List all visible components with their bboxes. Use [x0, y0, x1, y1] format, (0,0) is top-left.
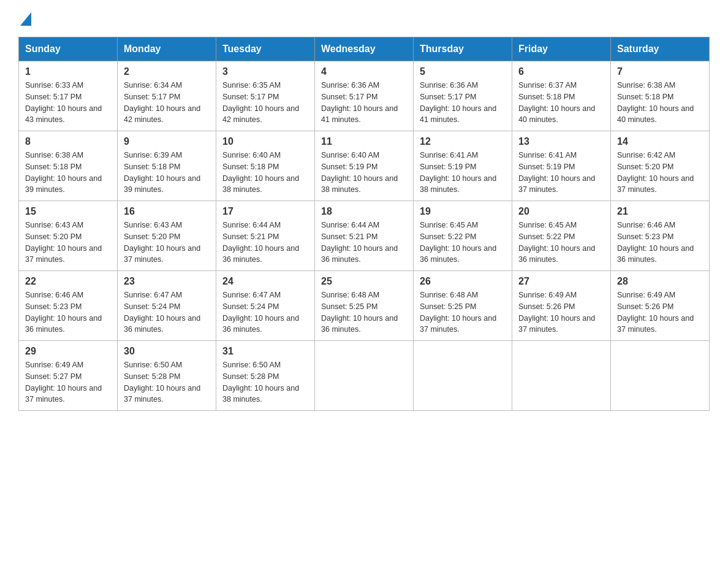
sunrise-label: Sunrise: 6:40 AM — [321, 151, 379, 159]
sunset-label: Sunset: 5:22 PM — [518, 232, 575, 241]
sunrise-label: Sunrise: 6:49 AM — [518, 291, 577, 299]
day-number: 3 — [222, 66, 308, 77]
calendar-cell: 4 Sunrise: 6:36 AM Sunset: 5:17 PM Dayli… — [315, 61, 414, 131]
daylight-label: Daylight: 10 hours and 40 minutes. — [518, 104, 595, 124]
column-header-saturday: Saturday — [611, 37, 710, 61]
daylight-label: Daylight: 10 hours and 38 minutes. — [420, 174, 496, 194]
sunrise-label: Sunrise: 6:47 AM — [222, 291, 281, 299]
day-number: 12 — [420, 136, 506, 147]
sunrise-label: Sunrise: 6:37 AM — [518, 81, 577, 90]
sunrise-label: Sunrise: 6:35 AM — [222, 81, 281, 90]
day-number: 24 — [222, 276, 308, 287]
daylight-label: Daylight: 10 hours and 39 minutes. — [124, 174, 200, 194]
sunset-label: Sunset: 5:21 PM — [222, 232, 279, 241]
sunrise-label: Sunrise: 6:38 AM — [617, 81, 675, 90]
calendar-cell — [611, 341, 710, 411]
sunrise-label: Sunrise: 6:50 AM — [222, 361, 281, 369]
sunset-label: Sunset: 5:19 PM — [420, 163, 476, 171]
day-number: 26 — [420, 276, 506, 287]
day-info: Sunrise: 6:38 AM Sunset: 5:18 PM Dayligh… — [617, 80, 703, 126]
calendar-cell: 29 Sunrise: 6:49 AM Sunset: 5:27 PM Dayl… — [19, 341, 118, 411]
day-info: Sunrise: 6:41 AM Sunset: 5:19 PM Dayligh… — [518, 150, 604, 196]
day-info: Sunrise: 6:35 AM Sunset: 5:17 PM Dayligh… — [222, 80, 308, 126]
sunset-label: Sunset: 5:17 PM — [321, 93, 377, 101]
day-number: 27 — [518, 276, 604, 287]
calendar-cell: 11 Sunrise: 6:40 AM Sunset: 5:19 PM Dayl… — [315, 131, 414, 201]
calendar-cell: 7 Sunrise: 6:38 AM Sunset: 5:18 PM Dayli… — [611, 61, 710, 131]
page-header — [18, 12, 710, 27]
day-info: Sunrise: 6:45 AM Sunset: 5:22 PM Dayligh… — [420, 220, 506, 266]
week-row-3: 15 Sunrise: 6:43 AM Sunset: 5:20 PM Dayl… — [19, 201, 710, 271]
sunrise-label: Sunrise: 6:50 AM — [124, 361, 182, 369]
sunrise-label: Sunrise: 6:34 AM — [124, 81, 182, 90]
day-info: Sunrise: 6:40 AM Sunset: 5:19 PM Dayligh… — [321, 150, 407, 196]
day-info: Sunrise: 6:33 AM Sunset: 5:17 PM Dayligh… — [25, 80, 111, 126]
day-number: 7 — [617, 66, 703, 77]
day-number: 23 — [124, 276, 210, 287]
day-number: 9 — [124, 136, 210, 147]
calendar-cell: 25 Sunrise: 6:48 AM Sunset: 5:25 PM Dayl… — [315, 271, 414, 341]
day-info: Sunrise: 6:39 AM Sunset: 5:18 PM Dayligh… — [124, 150, 210, 196]
column-header-tuesday: Tuesday — [216, 37, 315, 61]
sunset-label: Sunset: 5:24 PM — [124, 302, 180, 311]
sunrise-label: Sunrise: 6:41 AM — [518, 151, 577, 159]
day-info: Sunrise: 6:45 AM Sunset: 5:22 PM Dayligh… — [518, 220, 604, 266]
sunrise-label: Sunrise: 6:39 AM — [124, 151, 182, 159]
sunset-label: Sunset: 5:20 PM — [617, 163, 673, 171]
day-info: Sunrise: 6:48 AM Sunset: 5:25 PM Dayligh… — [321, 289, 407, 335]
calendar-cell: 13 Sunrise: 6:41 AM Sunset: 5:19 PM Dayl… — [512, 131, 611, 201]
calendar-cell: 10 Sunrise: 6:40 AM Sunset: 5:18 PM Dayl… — [216, 131, 315, 201]
sunset-label: Sunset: 5:24 PM — [222, 302, 279, 311]
sunset-label: Sunset: 5:20 PM — [124, 232, 180, 241]
daylight-label: Daylight: 10 hours and 38 minutes. — [321, 174, 398, 194]
day-number: 15 — [25, 206, 111, 217]
logo-triangle-icon — [20, 12, 31, 28]
day-info: Sunrise: 6:47 AM Sunset: 5:24 PM Dayligh… — [124, 289, 210, 335]
day-info: Sunrise: 6:37 AM Sunset: 5:18 PM Dayligh… — [518, 80, 604, 126]
day-number: 29 — [25, 346, 111, 357]
sunset-label: Sunset: 5:18 PM — [222, 163, 279, 171]
calendar-cell: 23 Sunrise: 6:47 AM Sunset: 5:24 PM Dayl… — [118, 271, 216, 341]
day-info: Sunrise: 6:50 AM Sunset: 5:28 PM Dayligh… — [222, 359, 308, 405]
sunset-label: Sunset: 5:19 PM — [518, 163, 575, 171]
sunrise-label: Sunrise: 6:46 AM — [25, 291, 83, 299]
calendar-cell: 5 Sunrise: 6:36 AM Sunset: 5:17 PM Dayli… — [414, 61, 512, 131]
calendar-cell: 8 Sunrise: 6:38 AM Sunset: 5:18 PM Dayli… — [19, 131, 118, 201]
day-info: Sunrise: 6:44 AM Sunset: 5:21 PM Dayligh… — [321, 220, 407, 266]
daylight-label: Daylight: 10 hours and 37 minutes. — [617, 314, 694, 334]
sunset-label: Sunset: 5:26 PM — [617, 302, 673, 311]
calendar-header-row: SundayMondayTuesdayWednesdayThursdayFrid… — [19, 37, 710, 61]
logo — [18, 12, 31, 27]
day-number: 31 — [222, 346, 308, 357]
daylight-label: Daylight: 10 hours and 37 minutes. — [124, 244, 200, 264]
sunrise-label: Sunrise: 6:48 AM — [321, 291, 379, 299]
calendar-table: SundayMondayTuesdayWednesdayThursdayFrid… — [18, 37, 710, 411]
daylight-label: Daylight: 10 hours and 37 minutes. — [25, 384, 102, 404]
day-number: 10 — [222, 136, 308, 147]
day-number: 5 — [420, 66, 506, 77]
calendar-cell: 21 Sunrise: 6:46 AM Sunset: 5:23 PM Dayl… — [611, 201, 710, 271]
calendar-cell: 20 Sunrise: 6:45 AM Sunset: 5:22 PM Dayl… — [512, 201, 611, 271]
daylight-label: Daylight: 10 hours and 36 minutes. — [420, 244, 496, 264]
column-header-wednesday: Wednesday — [315, 37, 414, 61]
daylight-label: Daylight: 10 hours and 37 minutes. — [518, 314, 595, 334]
daylight-label: Daylight: 10 hours and 36 minutes. — [222, 244, 299, 264]
calendar-cell — [315, 341, 414, 411]
sunrise-label: Sunrise: 6:33 AM — [25, 81, 83, 90]
day-info: Sunrise: 6:40 AM Sunset: 5:18 PM Dayligh… — [222, 150, 308, 196]
day-info: Sunrise: 6:43 AM Sunset: 5:20 PM Dayligh… — [25, 220, 111, 266]
sunrise-label: Sunrise: 6:45 AM — [420, 221, 478, 229]
day-info: Sunrise: 6:43 AM Sunset: 5:20 PM Dayligh… — [124, 220, 210, 266]
day-number: 6 — [518, 66, 604, 77]
calendar-cell: 18 Sunrise: 6:44 AM Sunset: 5:21 PM Dayl… — [315, 201, 414, 271]
sunset-label: Sunset: 5:21 PM — [321, 232, 377, 241]
sunset-label: Sunset: 5:28 PM — [124, 372, 180, 381]
sunrise-label: Sunrise: 6:40 AM — [222, 151, 281, 159]
calendar-cell: 26 Sunrise: 6:48 AM Sunset: 5:25 PM Dayl… — [414, 271, 512, 341]
day-number: 1 — [25, 66, 111, 77]
sunrise-label: Sunrise: 6:44 AM — [321, 221, 379, 229]
calendar-cell: 14 Sunrise: 6:42 AM Sunset: 5:20 PM Dayl… — [611, 131, 710, 201]
day-number: 13 — [518, 136, 604, 147]
day-number: 17 — [222, 206, 308, 217]
day-number: 2 — [124, 66, 210, 77]
